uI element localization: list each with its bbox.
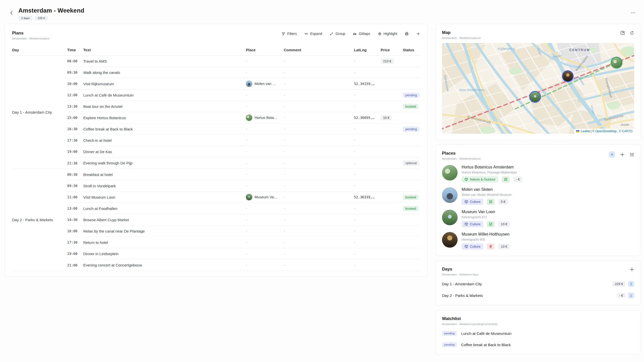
gmaps-button[interactable]: GMaps (353, 32, 370, 36)
place-address: Keizersgracht 672 (462, 215, 510, 219)
days-title: Days (442, 267, 478, 272)
cell-comment: - (284, 116, 354, 120)
map-canvas[interactable]: KrijtbergbrugRokinCENTRUMAmstelAmstelAms… (442, 43, 634, 134)
expand-button[interactable]: Expand (304, 32, 322, 36)
cell-place: - (246, 218, 284, 222)
day-count-badge: 1 (628, 293, 634, 298)
cell-latlng: 52.34159,… (354, 82, 381, 86)
empty-value: - (246, 104, 247, 108)
carto-link[interactable]: © CARTO (619, 129, 632, 133)
plans-table-header: Day Time Text Place Comment LatLng Price… (12, 44, 420, 56)
cell-latlng: - (354, 240, 381, 244)
table-row[interactable]: 08:30Breakfast at hotel--- (67, 169, 420, 180)
cell-place: - (246, 59, 284, 63)
place-avatar (246, 114, 252, 121)
empty-value: - (246, 127, 247, 131)
plan-rows: 06:00Travel to AMS---210 €09:30Walk alon… (67, 56, 420, 169)
cell-time: 19:00 (67, 150, 83, 154)
location-pin-badge (487, 243, 495, 250)
app-header: Amsterdam - Weekend 2 days 225 € ⋯ (0, 0, 644, 20)
table-row[interactable]: 09:30Stroll in Vondelpark--- (67, 180, 420, 192)
day-name: Day 1 - Amsterdam City (442, 282, 482, 286)
table-row[interactable]: 09:30Walk along the canals--- (67, 67, 420, 78)
print-button[interactable] (405, 32, 409, 36)
filter-icon (281, 32, 285, 36)
table-row[interactable]: 16:00Relax by the canal near De Plantage… (67, 225, 420, 237)
day-list-item[interactable]: Day 2 - Parks & Markets- €1 (442, 292, 634, 299)
leaflet-link[interactable]: Leaflet (581, 129, 590, 133)
highlight-button[interactable]: Highlight (378, 32, 397, 36)
place-price-badge: - € (513, 176, 522, 182)
cell-place: Hortus Bota… (246, 114, 284, 121)
table-row[interactable]: 12:00Lunch at Café de Museumtuin---pendi… (67, 89, 420, 101)
cell-place: - (246, 93, 284, 97)
category-badge: Culture (462, 199, 483, 205)
col-place: Place (246, 48, 284, 52)
add-day-button[interactable] (630, 267, 634, 272)
map-title: Map (442, 30, 481, 35)
back-button[interactable] (8, 10, 15, 17)
table-row[interactable]: 15:00Explore Hortus BotanicusHortus Bota… (67, 112, 420, 123)
table-row[interactable]: 21:00Evening concert at Concertgebouw--- (67, 259, 420, 271)
table-row[interactable]: 06:00Travel to AMS---210 € (67, 56, 420, 67)
cell-latlng: - (354, 104, 381, 108)
map-marker[interactable] (562, 70, 574, 82)
table-row[interactable]: 14:30Browse Albert Cuyp Market--- (67, 214, 420, 225)
trip-budget-badge: 225 € (35, 16, 48, 20)
table-row[interactable]: 17:30Check-in at hotel--- (67, 135, 420, 146)
checklist-icon (630, 152, 634, 157)
map-fullscreen-button[interactable] (620, 31, 625, 35)
attribution-separator: , (617, 129, 618, 133)
place-list-item[interactable]: Museum Willet-HolthuysenHerengracht 605C… (442, 232, 634, 250)
place-name: Molen van … (255, 82, 276, 86)
day-price-badge: - € (617, 293, 626, 298)
empty-value: - (246, 70, 247, 74)
place-list-item[interactable]: Hortus Botanicus AmsterdamHortus Botanic… (442, 165, 634, 183)
table-row[interactable]: 10:00Visit RijksmuseumMolen van …-52.341… (67, 78, 420, 89)
cell-place: - (246, 263, 284, 267)
place-badges: Nature & Outdoor- € (462, 176, 522, 183)
place-list-item[interactable]: Molen van SlotenMolen van Sloten Windmil… (442, 187, 634, 205)
map-refresh-button[interactable] (630, 31, 634, 35)
cube-icon (464, 245, 468, 248)
empty-value: - (246, 172, 247, 176)
day-group-label: Day 2 - Parks & Markets (12, 218, 53, 222)
places-subtitle: Amsterdam - Weekend places (442, 157, 481, 160)
col-time: Time (67, 48, 83, 52)
openstreetmap-link[interactable]: © OpenStreetMap (592, 129, 617, 133)
overflow-menu-button[interactable]: ⋯ (631, 10, 635, 15)
places-checklist-button[interactable] (630, 152, 634, 157)
refresh-icon (630, 31, 634, 35)
table-row[interactable]: 19:00Dinner in Leidseplein--- (67, 248, 420, 259)
group-button[interactable]: Group (330, 32, 345, 36)
pending-badge: pending (442, 342, 457, 347)
table-row[interactable]: 13:00Lunch at Foodhallen---booked (67, 203, 420, 214)
places-panel: Places Amsterdam - Weekend places 4 Hort… (436, 145, 640, 256)
table-row[interactable]: 21:30Evening walk through De Pijp---opti… (67, 157, 420, 169)
cell-place: - (246, 138, 284, 142)
table-row[interactable]: 16:30Coffee break at Back to Black---pen… (67, 123, 420, 135)
table-row[interactable]: 19:00Dinner at De Kas--- (67, 146, 420, 157)
place-list-item[interactable]: Museum Van LoonKeizersgracht 672Culture1… (442, 210, 634, 227)
map-marker[interactable] (611, 57, 622, 68)
cell-place: - (246, 240, 284, 244)
cell-comment: - (284, 82, 354, 86)
cell-time: 10:00 (67, 82, 83, 86)
cell-comment: - (284, 252, 354, 256)
cell-comment: - (284, 70, 354, 74)
table-row[interactable]: 11:00Visit Museum LoonMuseum Va…-52.3633… (67, 192, 420, 203)
watchlist-item[interactable]: pendingCoffee break at Back to Black (442, 341, 634, 348)
watchlist-item[interactable]: pendingLunch at Café de Museumtuin (442, 330, 634, 337)
add-plan-button[interactable] (416, 32, 420, 36)
places-count-badge: 4 (609, 151, 615, 158)
day-list-item[interactable]: Day 1 - Amsterdam City225 €2 (442, 280, 634, 288)
map-marker[interactable] (529, 91, 541, 103)
filters-button[interactable]: Filters (281, 32, 297, 36)
table-row[interactable]: 17:30Return to hotel--- (67, 237, 420, 248)
add-place-button[interactable] (620, 152, 625, 157)
cell-place: - (246, 172, 284, 176)
table-row[interactable]: 13:30Boat tour on the Amstel---booked (67, 101, 420, 112)
map-tiles (442, 43, 634, 134)
place-badges: Culture13 € (462, 243, 510, 250)
category-label: Culture (470, 222, 480, 226)
